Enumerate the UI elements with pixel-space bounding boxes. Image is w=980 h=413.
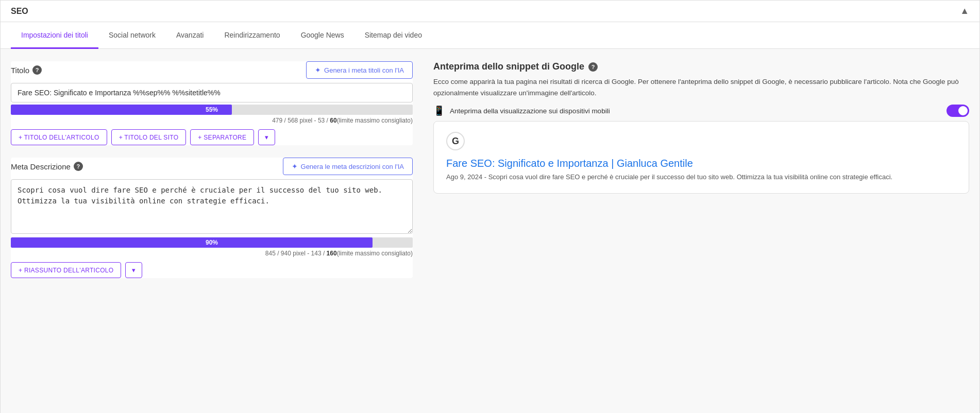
meta-dropdown-button[interactable]: ▾ [125,262,142,278]
meta-pixel-info: 845 / 940 pixel - 143 / 160(limite massi… [11,250,413,257]
tabs-bar: Impostazioni dei titoli Social network A… [1,22,979,49]
google-result-date: Ago 9, 2024 - Scopri cosa vuol dire fare… [446,173,956,181]
page-wrapper: SEO ▲ Impostazioni dei titoli Social net… [0,0,980,413]
generate-meta-desc-button[interactable]: ✦ Genera le meta descrizioni con l'IA [283,158,413,175]
tab-avanzati[interactable]: Avanzati [166,23,214,49]
meta-progress-bar: 90% [11,237,413,248]
page-title: SEO [11,7,28,16]
title-label: Titolo ? [11,65,42,75]
right-panel: Anteprima dello snippet di Google ? Ecco… [433,61,969,407]
tab-google-news[interactable]: Google News [291,23,354,49]
meta-progress-fill [11,237,373,248]
add-article-summary-button[interactable]: + RIASSUNTO DELL'ARTICOLO [11,262,121,278]
left-panel: Titolo ? ✦ Genera i meta titoli con l'IA… [11,61,413,407]
add-article-title-button[interactable]: + TITOLO DELL'ARTICOLO [11,129,107,145]
add-separator-button[interactable]: + SEPARATORE [190,129,254,145]
meta-action-buttons: + RIASSUNTO DELL'ARTICOLO ▾ [11,262,413,278]
google-g-icon: G [446,132,465,150]
mobile-preview-toggle[interactable] [947,105,969,117]
header: SEO ▲ [1,1,979,22]
title-action-buttons: + TITOLO DELL'ARTICOLO + TITOLO DEL SITO… [11,129,413,145]
generate-meta-title-button[interactable]: ✦ Genera i meta titoli con l'IA [306,61,413,79]
snippet-help-icon[interactable]: ? [588,62,598,72]
meta-help-icon[interactable]: ? [74,162,83,171]
tab-impostazioni-titoli[interactable]: Impostazioni dei titoli [11,23,98,49]
wand-icon: ✦ [315,66,321,74]
google-result-title[interactable]: Fare SEO: Significato e Importanza | Gia… [446,157,956,170]
title-pixel-info: 479 / 568 pixel - 53 / 60(limite massimo… [11,117,413,124]
add-site-title-button[interactable]: + TITOLO DEL SITO [111,129,187,145]
title-input[interactable] [11,83,413,102]
meta-section-header: Meta Descrizione ? ✦ Genera le meta desc… [11,158,413,175]
google-preview-card: G Fare SEO: Significato e Importanza | G… [433,121,969,194]
title-progress-fill [11,105,232,115]
snippet-header: Anteprima dello snippet di Google ? [433,61,969,72]
meta-description-textarea[interactable]: Scopri cosa vuol dire fare SEO e perché … [11,179,413,234]
collapse-icon[interactable]: ▲ [960,6,969,16]
chevron-down-icon-meta: ▾ [132,266,136,274]
title-section: Titolo ? ✦ Genera i meta titoli con l'IA… [11,61,413,145]
wand-icon-meta: ✦ [292,162,298,170]
title-section-header: Titolo ? ✦ Genera i meta titoli con l'IA [11,61,413,79]
meta-label: Meta Descrizione ? [11,162,83,171]
snippet-preview-section: Anteprima dello snippet di Google ? Ecco… [433,61,969,194]
tab-social-network[interactable]: Social network [98,23,166,49]
main-content: Titolo ? ✦ Genera i meta titoli con l'IA… [1,49,979,413]
mobile-preview-label: Anteprima della visualizzazione sui disp… [450,107,941,115]
tab-reindirizzamento[interactable]: Reindirizzamento [214,23,290,49]
mobile-preview-row: 📱 Anteprima della visualizzazione sui di… [433,105,969,117]
snippet-description: Ecco come apparirà la tua pagina nei ris… [433,76,969,98]
chevron-down-icon: ▾ [265,133,268,141]
title-progress-bar: 55% [11,105,413,115]
mobile-device-icon: 📱 [433,105,445,116]
tab-sitemap-video[interactable]: Sitemap dei video [354,23,432,49]
title-help-icon[interactable]: ? [32,65,42,75]
title-dropdown-button[interactable]: ▾ [258,129,275,145]
meta-section: Meta Descrizione ? ✦ Genera le meta desc… [11,158,413,278]
